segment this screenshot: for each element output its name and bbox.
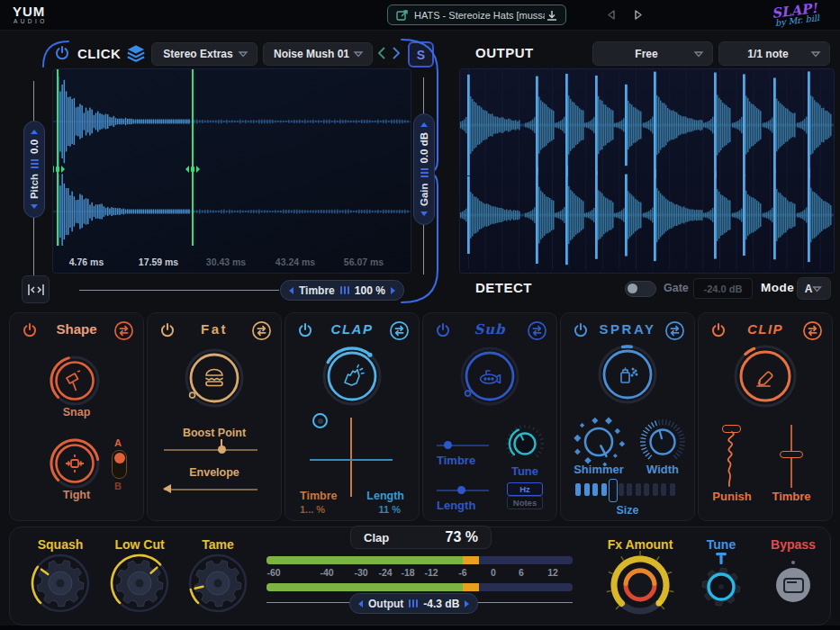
export-icon[interactable] [394,9,414,22]
squash-label: Squash [28,537,93,552]
click-category-dropdown[interactable]: Stereo Extras [151,42,257,66]
module-title: SPRAY [593,321,662,337]
sync-mode-dropdown[interactable]: Free [592,41,713,66]
module-spray: SPRAY Shimmer Width Size [560,312,695,521]
sub-tune-knob[interactable] [503,422,546,465]
clap-knob[interactable] [316,340,388,412]
master-output-slider[interactable]: Output -4.3 dB [349,593,478,614]
click-power-button[interactable] [52,43,72,63]
pitch-value: 0.0 [29,140,40,154]
sample-end-marker[interactable] [192,69,194,246]
click-waveform-display[interactable]: 4.76 ms17.59 ms30.43 ms43.24 ms56.07 ms [52,68,411,274]
output-decrease-arrow[interactable] [358,600,363,608]
boost-point-track[interactable] [164,449,257,451]
click-sample-dropdown[interactable]: Noise Mush 01 [263,42,373,66]
notes-button[interactable]: Notes [507,496,543,509]
size-label: Size [561,504,694,517]
meter-scale: -60-40-30-24-18-12-60612 [266,567,573,579]
tame-knob[interactable] [186,552,249,615]
zoom-range-button[interactable] [22,275,50,303]
snap-knob[interactable] [48,354,102,408]
clap-xy-pad[interactable] [310,418,393,497]
save-preset-icon[interactable] [545,9,559,22]
ab-swap-icon[interactable] [664,320,685,341]
boost-point-handle[interactable] [218,446,226,454]
yum-audio-logo: YUM [13,4,45,19]
preset-browser[interactable]: HATS - Stereoize Hats [mussar]* [387,4,566,25]
power-icon[interactable] [571,320,591,340]
lowcut-knob[interactable] [108,552,171,615]
power-icon[interactable] [158,320,177,340]
bypass-button[interactable] [776,568,810,602]
gain-decrease-arrow[interactable] [420,212,428,216]
tight-knob[interactable] [48,436,102,490]
timbre-decrease-arrow[interactable] [289,287,294,294]
pitch-decrease-arrow[interactable] [31,204,38,209]
time-tick: 17.59 ms [139,256,178,267]
module-sub: Sub Timbre Length Tune Hz Notes [422,312,557,521]
width-knob[interactable] [637,417,689,469]
master-tune-knob[interactable] [692,553,750,610]
next-preset-button[interactable] [632,8,645,22]
fx-amount-knob[interactable] [602,547,678,623]
power-icon[interactable] [295,320,315,340]
marker-pen-icon [757,372,772,386]
note-length-dropdown[interactable]: 1/1 note [718,41,830,66]
compress-icon [66,454,84,472]
layers-icon[interactable] [126,44,146,63]
ab-swap-icon[interactable] [113,320,134,341]
boost-point-label: Boost Point [148,427,281,439]
pitch-increase-arrow[interactable] [31,130,38,134]
size-step-slider[interactable] [561,477,694,502]
gate-toggle[interactable] [625,281,656,297]
gain-increase-arrow[interactable] [420,122,428,127]
level-meter-right [266,583,573,591]
punish-zigzag-track[interactable] [722,431,742,489]
sub-knob[interactable] [454,340,526,412]
detect-mode-dropdown[interactable]: A [797,277,831,300]
power-icon[interactable] [433,320,453,340]
sub-length-handle[interactable] [457,486,465,494]
meter-source-readout[interactable]: Clap 73 % [350,526,492,549]
power-icon[interactable] [709,320,728,340]
prev-sample-button[interactable] [376,46,387,60]
sub-length-label: Length [437,499,475,512]
prev-preset-button[interactable] [605,8,618,22]
ab-swap-icon[interactable] [527,320,547,341]
preset-name[interactable]: HATS - Stereoize Hats [mussar]* [414,10,545,21]
meter-scale-tick: 6 [519,567,524,578]
hz-button[interactable]: Hz [507,482,543,496]
size-slider-handle[interactable] [609,479,618,502]
output-increase-arrow[interactable] [465,600,469,608]
envelope-track[interactable] [164,489,257,490]
size-slider-bar [601,483,607,496]
fat-knob[interactable] [178,342,250,414]
ab-switch[interactable] [112,450,127,479]
time-tick: 30.43 ms [206,256,246,267]
module-clap: CLAP Timbre 1... % Length 11 % [285,312,420,521]
pad-y-label: Length [366,490,404,502]
power-icon[interactable] [20,320,40,340]
click-timbre-slider[interactable]: Timbre 100 % [280,280,404,301]
sample-start-marker[interactable] [57,69,59,246]
clip-timbre-handle[interactable] [780,451,803,458]
pitch-track-upper[interactable] [33,81,34,122]
squash-knob[interactable] [29,552,92,615]
ab-swap-icon[interactable] [802,320,823,341]
gain-slider-pill[interactable]: Gain 0.0 dB [413,113,435,225]
spray-knob[interactable] [592,338,664,410]
ab-swap-icon[interactable] [251,320,272,341]
spray-can-icon [621,368,637,382]
ab-swap-icon[interactable] [389,320,410,341]
waveform-scroll-line[interactable] [79,290,279,291]
start-marker-handle[interactable] [52,164,65,175]
pitch-track-lower[interactable] [33,217,34,278]
clip-knob[interactable] [727,338,803,414]
sub-timbre-handle[interactable] [444,441,452,449]
pitch-slider-pill[interactable]: Pitch 0.0 [23,121,45,218]
snap-label: Snap [10,406,143,418]
envelope-handle[interactable] [163,484,171,493]
end-marker-handle[interactable] [185,164,200,175]
module-fat: Fat Boost Point Envelope [147,312,282,521]
gate-threshold-field[interactable]: -24.0 dB [693,278,753,299]
